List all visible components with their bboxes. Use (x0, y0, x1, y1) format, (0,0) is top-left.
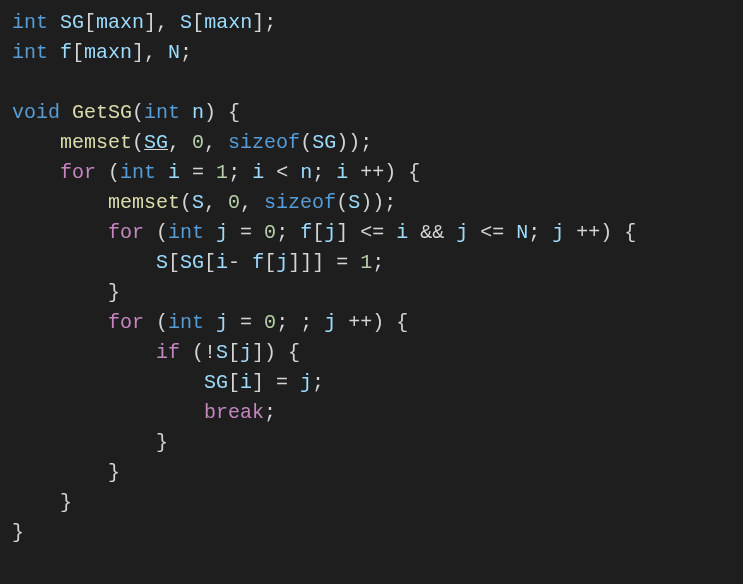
literal-0: 0 (192, 131, 204, 154)
function-memset: memset (60, 131, 132, 154)
keyword-if: if (156, 341, 180, 364)
var-j: j (324, 311, 336, 334)
var-j: j (552, 221, 564, 244)
keyword-int: int (168, 311, 204, 334)
var-j: j (216, 221, 228, 244)
code-block: int SG[maxn], S[maxn]; int f[maxn], N; v… (12, 8, 731, 548)
function-GetSG: GetSG (72, 101, 132, 124)
var-n: n (300, 161, 312, 184)
keyword-for: for (108, 311, 144, 334)
var-S: S (348, 191, 360, 214)
var-N: N (516, 221, 528, 244)
var-S: S (192, 191, 204, 214)
var-i: i (336, 161, 348, 184)
var-S: S (216, 341, 228, 364)
keyword-int: int (168, 221, 204, 244)
keyword-int: int (12, 11, 48, 34)
keyword-void: void (12, 101, 60, 124)
var-N: N (168, 41, 180, 64)
keyword-int: int (12, 41, 48, 64)
var-f: f (252, 251, 264, 274)
keyword-sizeof: sizeof (264, 191, 336, 214)
keyword-int: int (120, 161, 156, 184)
param-n: n (192, 101, 204, 124)
var-SG: SG (312, 131, 336, 154)
var-j: j (300, 371, 312, 394)
var-f: f (60, 41, 72, 64)
var-SG: SG (144, 131, 168, 154)
var-j: j (276, 251, 288, 274)
var-maxn: maxn (96, 11, 144, 34)
literal-0: 0 (264, 221, 276, 244)
literal-0: 0 (228, 191, 240, 214)
var-i: i (216, 251, 228, 274)
keyword-for: for (60, 161, 96, 184)
var-j: j (240, 341, 252, 364)
keyword-for: for (108, 221, 144, 244)
var-j: j (456, 221, 468, 244)
var-SG: SG (60, 11, 84, 34)
var-j: j (324, 221, 336, 244)
var-maxn: maxn (204, 11, 252, 34)
var-i: i (396, 221, 408, 244)
var-i: i (168, 161, 180, 184)
var-SG: SG (204, 371, 228, 394)
var-maxn: maxn (84, 41, 132, 64)
var-S: S (156, 251, 168, 274)
literal-1: 1 (216, 161, 228, 184)
literal-1: 1 (360, 251, 372, 274)
var-i: i (252, 161, 264, 184)
var-f: f (300, 221, 312, 244)
keyword-sizeof: sizeof (228, 131, 300, 154)
var-i: i (240, 371, 252, 394)
var-S: S (180, 11, 192, 34)
var-j: j (216, 311, 228, 334)
var-SG: SG (180, 251, 204, 274)
keyword-int: int (144, 101, 180, 124)
literal-0: 0 (264, 311, 276, 334)
function-memset: memset (108, 191, 180, 214)
keyword-break: break (204, 401, 264, 424)
